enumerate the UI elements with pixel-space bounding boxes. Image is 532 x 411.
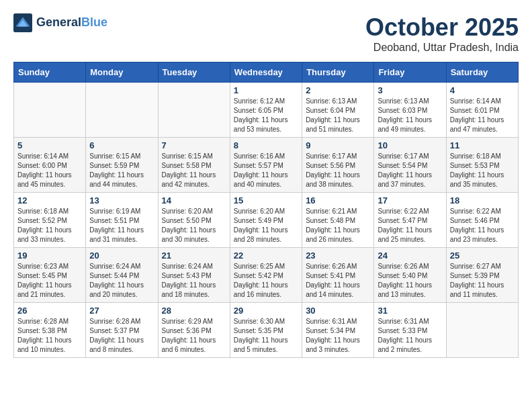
day-number: 29 [234, 306, 298, 316]
weekday-header-friday: Friday [374, 62, 446, 83]
day-number: 9 [306, 140, 370, 150]
day-info: Sunrise: 6:19 AM Sunset: 5:51 PM Dayligh… [89, 207, 154, 244]
day-info: Sunrise: 6:20 AM Sunset: 5:50 PM Dayligh… [162, 207, 226, 244]
day-number: 2 [306, 85, 370, 95]
day-info: Sunrise: 6:25 AM Sunset: 5:42 PM Dayligh… [234, 262, 298, 300]
calendar-cell: 27Sunrise: 6:28 AM Sunset: 5:37 PM Dayli… [86, 303, 158, 358]
day-number: 25 [450, 250, 515, 261]
calendar-cell: 21Sunrise: 6:24 AM Sunset: 5:43 PM Dayli… [158, 248, 230, 303]
day-info: Sunrise: 6:23 AM Sunset: 5:45 PM Dayligh… [17, 262, 82, 300]
day-number: 24 [378, 250, 442, 261]
day-info: Sunrise: 6:16 AM Sunset: 5:57 PM Dayligh… [234, 152, 298, 189]
calendar-cell: 22Sunrise: 6:25 AM Sunset: 5:42 PM Dayli… [230, 248, 302, 303]
day-info: Sunrise: 6:15 AM Sunset: 5:59 PM Dayligh… [89, 152, 154, 189]
calendar-cell: 23Sunrise: 6:26 AM Sunset: 5:41 PM Dayli… [302, 248, 374, 303]
day-number: 8 [234, 140, 298, 150]
calendar-cell: 26Sunrise: 6:28 AM Sunset: 5:38 PM Dayli… [14, 303, 86, 358]
calendar-table: SundayMondayTuesdayWednesdayThursdayFrid… [13, 62, 519, 358]
day-number: 28 [162, 306, 226, 316]
calendar-cell: 2Sunrise: 6:13 AM Sunset: 6:04 PM Daylig… [302, 83, 374, 138]
day-number: 17 [378, 195, 442, 205]
calendar-cell: 7Sunrise: 6:15 AM Sunset: 5:58 PM Daylig… [158, 138, 230, 193]
day-number: 1 [234, 85, 298, 95]
day-info: Sunrise: 6:14 AM Sunset: 6:00 PM Dayligh… [17, 152, 82, 189]
day-info: Sunrise: 6:28 AM Sunset: 5:37 PM Dayligh… [89, 317, 154, 355]
calendar-cell: 24Sunrise: 6:26 AM Sunset: 5:40 PM Dayli… [374, 248, 446, 303]
day-number: 23 [306, 250, 370, 261]
day-number: 26 [17, 306, 82, 316]
calendar-cell: 4Sunrise: 6:14 AM Sunset: 6:01 PM Daylig… [446, 83, 518, 138]
day-number: 18 [450, 195, 515, 205]
day-number: 15 [234, 195, 298, 205]
calendar-cell [446, 303, 518, 358]
day-info: Sunrise: 6:24 AM Sunset: 5:44 PM Dayligh… [89, 262, 154, 300]
calendar-subtitle: Deoband, Uttar Pradesh, India [365, 42, 519, 54]
day-info: Sunrise: 6:15 AM Sunset: 5:58 PM Dayligh… [162, 152, 226, 189]
day-number: 3 [378, 85, 442, 95]
logo: GeneralBlue [13, 13, 107, 32]
calendar-cell: 5Sunrise: 6:14 AM Sunset: 6:00 PM Daylig… [14, 138, 86, 193]
day-info: Sunrise: 6:22 AM Sunset: 5:47 PM Dayligh… [378, 207, 442, 244]
day-number: 6 [89, 140, 154, 150]
weekday-header-saturday: Saturday [446, 62, 518, 83]
day-number: 13 [89, 195, 154, 205]
calendar-cell: 19Sunrise: 6:23 AM Sunset: 5:45 PM Dayli… [14, 248, 86, 303]
day-number: 19 [17, 250, 82, 261]
weekday-header-wednesday: Wednesday [230, 62, 302, 83]
day-info: Sunrise: 6:18 AM Sunset: 5:53 PM Dayligh… [450, 152, 515, 189]
day-info: Sunrise: 6:24 AM Sunset: 5:43 PM Dayligh… [162, 262, 226, 300]
calendar-cell: 28Sunrise: 6:29 AM Sunset: 5:36 PM Dayli… [158, 303, 230, 358]
day-info: Sunrise: 6:13 AM Sunset: 6:04 PM Dayligh… [306, 97, 370, 134]
weekday-header-sunday: Sunday [14, 62, 86, 83]
day-info: Sunrise: 6:31 AM Sunset: 5:34 PM Dayligh… [306, 317, 370, 355]
calendar-cell: 9Sunrise: 6:17 AM Sunset: 5:56 PM Daylig… [302, 138, 374, 193]
day-info: Sunrise: 6:27 AM Sunset: 5:39 PM Dayligh… [450, 262, 515, 300]
day-info: Sunrise: 6:14 AM Sunset: 6:01 PM Dayligh… [450, 97, 515, 134]
day-number: 12 [17, 195, 82, 205]
calendar-cell: 10Sunrise: 6:17 AM Sunset: 5:54 PM Dayli… [374, 138, 446, 193]
day-number: 22 [234, 250, 298, 261]
weekday-header-monday: Monday [86, 62, 158, 83]
calendar-cell: 25Sunrise: 6:27 AM Sunset: 5:39 PM Dayli… [446, 248, 518, 303]
calendar-cell: 12Sunrise: 6:18 AM Sunset: 5:52 PM Dayli… [14, 193, 86, 248]
calendar-cell: 6Sunrise: 6:15 AM Sunset: 5:59 PM Daylig… [86, 138, 158, 193]
day-info: Sunrise: 6:17 AM Sunset: 5:54 PM Dayligh… [378, 152, 442, 189]
calendar-cell: 1Sunrise: 6:12 AM Sunset: 6:05 PM Daylig… [230, 83, 302, 138]
day-number: 16 [306, 195, 370, 205]
day-info: Sunrise: 6:21 AM Sunset: 5:48 PM Dayligh… [306, 207, 370, 244]
day-info: Sunrise: 6:28 AM Sunset: 5:38 PM Dayligh… [17, 317, 82, 355]
calendar-cell [14, 83, 86, 138]
day-number: 20 [89, 250, 154, 261]
day-info: Sunrise: 6:12 AM Sunset: 6:05 PM Dayligh… [234, 97, 298, 134]
day-number: 21 [162, 250, 226, 261]
day-info: Sunrise: 6:30 AM Sunset: 5:35 PM Dayligh… [234, 317, 298, 355]
calendar-cell: 31Sunrise: 6:31 AM Sunset: 5:33 PM Dayli… [374, 303, 446, 358]
day-number: 10 [378, 140, 442, 150]
day-info: Sunrise: 6:26 AM Sunset: 5:41 PM Dayligh… [306, 262, 370, 300]
day-number: 7 [162, 140, 226, 150]
calendar-cell: 14Sunrise: 6:20 AM Sunset: 5:50 PM Dayli… [158, 193, 230, 248]
weekday-header-thursday: Thursday [302, 62, 374, 83]
calendar-cell: 15Sunrise: 6:20 AM Sunset: 5:49 PM Dayli… [230, 193, 302, 248]
day-info: Sunrise: 6:17 AM Sunset: 5:56 PM Dayligh… [306, 152, 370, 189]
day-number: 14 [162, 195, 226, 205]
day-info: Sunrise: 6:26 AM Sunset: 5:40 PM Dayligh… [378, 262, 442, 300]
day-number: 11 [450, 140, 515, 150]
calendar-cell: 11Sunrise: 6:18 AM Sunset: 5:53 PM Dayli… [446, 138, 518, 193]
calendar-cell: 8Sunrise: 6:16 AM Sunset: 5:57 PM Daylig… [230, 138, 302, 193]
calendar-cell: 20Sunrise: 6:24 AM Sunset: 5:44 PM Dayli… [86, 248, 158, 303]
logo-text: GeneralBlue [36, 16, 107, 30]
day-info: Sunrise: 6:31 AM Sunset: 5:33 PM Dayligh… [378, 317, 442, 355]
day-number: 30 [306, 306, 370, 316]
day-number: 5 [17, 140, 82, 150]
day-info: Sunrise: 6:20 AM Sunset: 5:49 PM Dayligh… [234, 207, 298, 244]
weekday-header-tuesday: Tuesday [158, 62, 230, 83]
day-number: 31 [378, 306, 442, 316]
day-number: 27 [89, 306, 154, 316]
calendar-cell: 18Sunrise: 6:22 AM Sunset: 5:46 PM Dayli… [446, 193, 518, 248]
day-info: Sunrise: 6:22 AM Sunset: 5:46 PM Dayligh… [450, 207, 515, 244]
calendar-cell: 29Sunrise: 6:30 AM Sunset: 5:35 PM Dayli… [230, 303, 302, 358]
calendar-title: October 2025 [365, 13, 519, 42]
day-info: Sunrise: 6:13 AM Sunset: 6:03 PM Dayligh… [378, 97, 442, 134]
calendar-cell: 17Sunrise: 6:22 AM Sunset: 5:47 PM Dayli… [374, 193, 446, 248]
